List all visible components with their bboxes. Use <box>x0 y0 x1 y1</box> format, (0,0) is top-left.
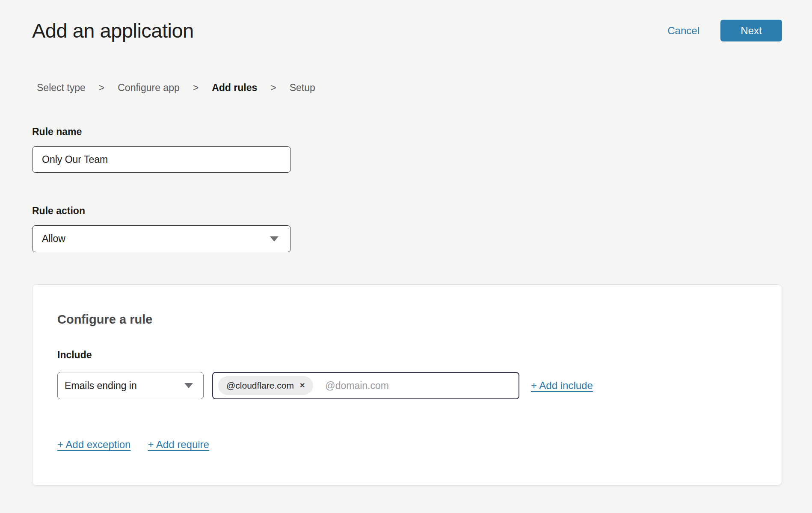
chevron-down-icon <box>270 236 279 242</box>
include-selector-select[interactable]: Emails ending in <box>57 372 204 399</box>
email-domain-text-input[interactable] <box>325 380 513 392</box>
add-require-link[interactable]: + Add require <box>148 439 209 451</box>
breadcrumb-separator: > <box>99 82 104 94</box>
include-selector-value: Emails ending in <box>65 380 137 392</box>
rule-extra-links: + Add exception + Add require <box>57 439 757 451</box>
chevron-down-icon <box>184 383 193 388</box>
include-label: Include <box>57 349 757 361</box>
breadcrumb: Select type > Configure app > Add rules … <box>32 82 782 94</box>
page-title: Add an application <box>32 19 194 42</box>
email-domain-tag: @cloudflare.com ✕ <box>218 376 313 395</box>
rule-name-label: Rule name <box>32 126 782 138</box>
add-application-page: Add an application Cancel Next Select ty… <box>32 0 782 486</box>
cancel-button[interactable]: Cancel <box>667 25 699 37</box>
next-button[interactable]: Next <box>720 20 782 41</box>
breadcrumb-separator: > <box>193 82 199 94</box>
configure-rule-card: Configure a rule Include Emails ending i… <box>32 284 782 486</box>
add-exception-link[interactable]: + Add exception <box>57 439 130 451</box>
breadcrumb-item-setup[interactable]: Setup <box>290 82 315 94</box>
add-include-link[interactable]: + Add include <box>531 380 593 392</box>
configure-rule-title: Configure a rule <box>57 313 757 327</box>
rule-action-selected-value: Allow <box>42 233 65 245</box>
rule-name-input[interactable] <box>32 146 291 173</box>
header-actions: Cancel Next <box>667 20 782 41</box>
close-icon[interactable]: ✕ <box>299 382 305 389</box>
rule-action-select[interactable]: Allow <box>32 225 291 252</box>
breadcrumb-item-add-rules[interactable]: Add rules <box>212 82 257 94</box>
page-header: Add an application Cancel Next <box>32 19 782 42</box>
breadcrumb-item-configure-app[interactable]: Configure app <box>118 82 180 94</box>
breadcrumb-item-select-type[interactable]: Select type <box>37 82 86 94</box>
include-rule-row: Emails ending in @cloudflare.com ✕ + Add… <box>57 372 757 399</box>
email-domain-tag-label: @cloudflare.com <box>226 380 294 391</box>
breadcrumb-separator: > <box>270 82 276 94</box>
rule-action-label: Rule action <box>32 205 782 217</box>
include-value-input[interactable]: @cloudflare.com ✕ <box>212 372 519 399</box>
